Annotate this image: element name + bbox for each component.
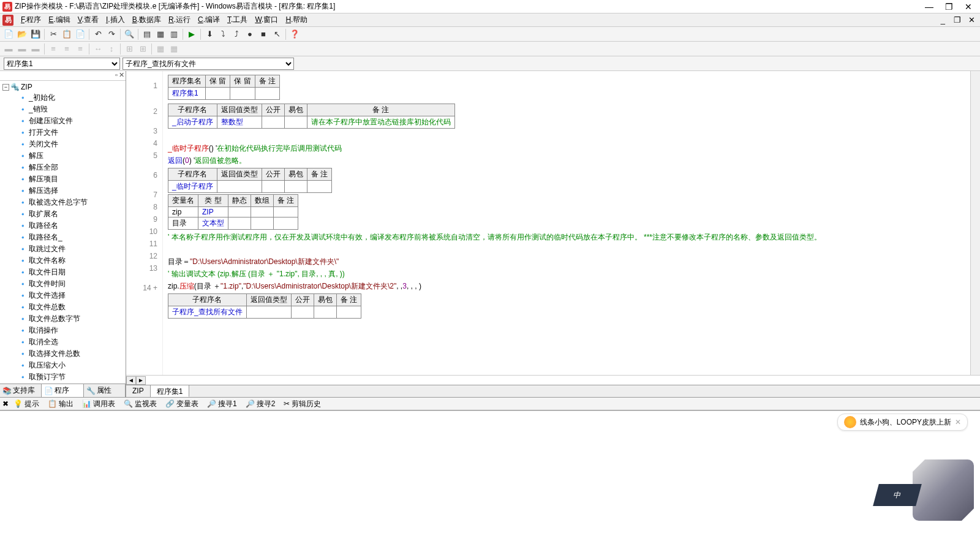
expand-icon[interactable]: −	[2, 84, 9, 91]
stop-button[interactable]: ■	[257, 28, 270, 40]
tree-item[interactable]: 🔹取路径名_	[1, 232, 124, 243]
sidebar-tab[interactable]: 📄程序	[42, 384, 83, 397]
programset-select[interactable]: 程序集1	[4, 58, 120, 70]
save-button[interactable]: 💾	[29, 28, 42, 40]
menu-item[interactable]: I.插入	[102, 14, 129, 25]
cursor-button[interactable]: ↖	[271, 28, 283, 40]
breakpoint-button[interactable]: ●	[244, 28, 256, 40]
marker-icon[interactable]: ✖	[2, 399, 9, 408]
copy-button[interactable]: 📋	[61, 28, 73, 40]
stepout-button[interactable]: ⤴	[230, 28, 243, 40]
find-button[interactable]: 🔍	[123, 28, 135, 40]
align1-button[interactable]: ▬	[2, 43, 15, 55]
grid1-button[interactable]: ▦	[154, 43, 167, 55]
minimize-button[interactable]: —	[920, 1, 938, 12]
close-button[interactable]: ✕	[959, 1, 978, 12]
tree-item[interactable]: 🔹解压	[1, 150, 124, 162]
step-button[interactable]: ⬇	[203, 28, 216, 40]
align10-button[interactable]: ⊞	[137, 43, 149, 55]
bottom-tab[interactable]: 🔗变量表	[162, 398, 202, 410]
sidebar-close-icon[interactable]: ✕	[119, 71, 124, 80]
align5-button[interactable]: ≡	[61, 43, 73, 55]
tree-item[interactable]: 🔹取文件选择	[1, 290, 124, 301]
tree-item[interactable]: 🔹解压全部	[1, 162, 124, 173]
menu-item[interactable]: W.窗口	[251, 14, 282, 25]
menu-item[interactable]: R.运行	[165, 14, 194, 25]
paste-button[interactable]: 📄	[74, 28, 86, 40]
tree-item[interactable]: 🔹取跳过文件	[1, 243, 124, 255]
menu-item[interactable]: C.编译	[194, 14, 224, 25]
bottom-tab[interactable]: 📋输出	[44, 398, 77, 410]
bottom-tab[interactable]: 📊调用表	[78, 398, 119, 410]
tree-item[interactable]: 🔹取消全选	[1, 336, 124, 348]
ime-indicator[interactable]: 中	[873, 484, 922, 506]
sidebar-tab[interactable]: 📚支持库	[0, 384, 42, 397]
align4-button[interactable]: ≡	[47, 43, 59, 55]
menu-item[interactable]: F.程序	[17, 14, 45, 25]
skin-notification[interactable]: 线条小狗、LOOPY皮肤上新 ✕	[837, 414, 968, 431]
tree-root-item[interactable]: − 🔩 ZIP	[1, 82, 124, 92]
menu-item[interactable]: E.编辑	[45, 14, 74, 25]
tree-item[interactable]: 🔹取路径名	[1, 220, 124, 232]
notification-close-icon[interactable]: ✕	[955, 418, 961, 426]
align2-button[interactable]: ▬	[16, 43, 28, 55]
undo-button[interactable]: ↶	[92, 28, 104, 40]
tree-item[interactable]: 🔹_销毁	[1, 104, 124, 115]
editor-hscroll[interactable]: ◄ ►	[126, 375, 980, 385]
grid2-button[interactable]: ▦	[168, 43, 180, 55]
code-content[interactable]: 程序集名保 留保 留备 注 程序集1 子程序名返回值类型公开易包备 注 _启动子…	[163, 71, 970, 375]
mdi-restore-button[interactable]: ❐	[951, 15, 963, 25]
sidebar-tab[interactable]: 🔧属性	[84, 384, 126, 397]
tree-item[interactable]: 🔹取文件时间	[1, 278, 124, 290]
mdi-minimize-button[interactable]: _	[937, 15, 949, 25]
align6-button[interactable]: ≡	[74, 43, 86, 55]
tree-item[interactable]: 🔹取预订字节	[1, 371, 124, 383]
tree-item[interactable]: 🔹取文件总数	[1, 301, 124, 313]
hscroll-right-icon[interactable]: ►	[136, 376, 146, 385]
run-button[interactable]: ▶	[186, 28, 198, 40]
stepover-button[interactable]: ⤵	[217, 28, 229, 40]
bottom-tab[interactable]: 🔎搜寻2	[242, 398, 279, 410]
editor-tab[interactable]: 程序集1	[151, 385, 190, 397]
subroutine-select[interactable]: 子程序_查找所有文件	[123, 58, 294, 70]
menu-item[interactable]: T.工具	[224, 14, 251, 25]
open-button[interactable]: 📂	[16, 28, 28, 40]
tree-item[interactable]: 🔹取压缩大小	[1, 360, 124, 371]
class-tree[interactable]: − 🔩 ZIP 🔹_初始化🔹_销毁🔹创建压缩文件🔹打开文件🔹关闭文件🔹解压🔹解压…	[0, 81, 126, 384]
menu-item[interactable]: B.数据库	[129, 14, 165, 25]
menu-item[interactable]: V.查看	[74, 14, 102, 25]
tree-item[interactable]: 🔹取文件名称	[1, 255, 124, 266]
tree-item[interactable]: 🔹取选择文件总数	[1, 348, 124, 360]
align7-button[interactable]: ↔	[92, 43, 104, 55]
layout2-button[interactable]: ▦	[154, 28, 167, 40]
maximize-button[interactable]: ❐	[940, 1, 958, 12]
editor-tab[interactable]: ZIP	[126, 385, 151, 397]
tree-item[interactable]: 🔹取被选文件总字节	[1, 197, 124, 208]
editor-vscroll[interactable]	[970, 71, 980, 375]
tree-item[interactable]: 🔹解压选择	[1, 185, 124, 197]
hscroll-left-icon[interactable]: ◄	[126, 376, 136, 385]
align8-button[interactable]: ↕	[105, 43, 118, 55]
layout1-button[interactable]: ▤	[141, 28, 153, 40]
new-button[interactable]: 📄	[2, 28, 15, 40]
layout3-button[interactable]: ▥	[168, 28, 180, 40]
tree-item[interactable]: 🔹关闭文件	[1, 138, 124, 150]
tree-item[interactable]: 🔹取消操作	[1, 325, 124, 336]
bottom-tab[interactable]: 💡提示	[10, 398, 43, 410]
tree-item[interactable]: 🔹取扩展名	[1, 208, 124, 220]
tree-item[interactable]: 🔹创建压缩文件	[1, 115, 124, 127]
output-panel[interactable]: 线条小狗、LOOPY皮肤上新 ✕ 中	[0, 410, 980, 533]
help-button[interactable]: ❓	[288, 28, 301, 40]
mdi-close-button[interactable]: ✕	[965, 15, 978, 25]
bottom-tab[interactable]: 🔎搜寻1	[203, 398, 241, 410]
tree-item[interactable]: 🔹取文件日期	[1, 266, 124, 278]
tree-item[interactable]: 🔹解压项目	[1, 173, 124, 185]
tree-item[interactable]: 🔹打开文件	[1, 127, 124, 138]
tree-item[interactable]: 🔹取文件总数字节	[1, 313, 124, 325]
align9-button[interactable]: ⊞	[123, 43, 135, 55]
bottom-tab[interactable]: ✂剪辑历史	[280, 398, 325, 410]
ime-widget[interactable]: 中	[876, 459, 974, 527]
sidebar-pin-icon[interactable]: ▫	[115, 71, 118, 80]
cut-button[interactable]: ✂	[47, 28, 59, 40]
align3-button[interactable]: ▬	[29, 43, 42, 55]
